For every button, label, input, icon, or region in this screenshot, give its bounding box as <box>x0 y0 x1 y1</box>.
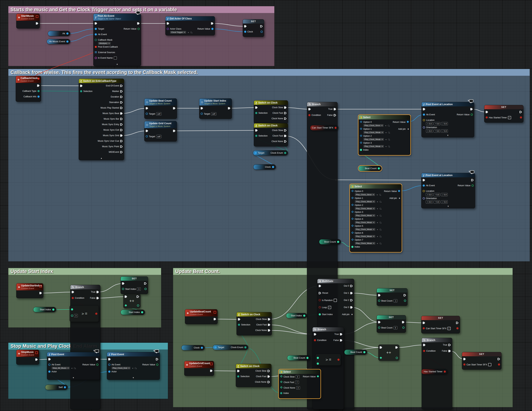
exec-pin[interactable] <box>122 282 124 285</box>
clock-pin[interactable] <box>244 31 246 33</box>
browse-icon[interactable] <box>380 201 381 203</box>
vector-z-field[interactable]: Z0.0 <box>441 193 448 196</box>
exec-pin[interactable] <box>201 107 203 109</box>
vector-y-field[interactable]: Y0.0 <box>434 193 440 196</box>
target-pin[interactable] <box>95 28 97 30</box>
exec-pin[interactable] <box>244 25 247 28</box>
add-pin-button[interactable]: + <box>408 128 409 131</box>
vector-x-field[interactable]: X0.0 <box>426 129 433 133</box>
value-box[interactable]: self <box>156 112 162 115</box>
start-index-pin[interactable] <box>122 288 124 290</box>
node-switch-clock-2[interactable]: ƸSwitch on ClockClock SlowSelectionClock… <box>254 123 288 147</box>
data-pin[interactable] <box>498 364 500 365</box>
browse-icon[interactable] <box>190 32 192 33</box>
data-pin[interactable] <box>317 357 319 359</box>
option-2-pin[interactable] <box>351 204 354 206</box>
callback-type-pin[interactable] <box>38 90 40 92</box>
exec-pin[interactable] <box>210 370 213 372</box>
return-value-pin[interactable] <box>317 375 319 377</box>
music-sync-exit-pin[interactable] <box>120 129 123 131</box>
clock-enum-pin[interactable] <box>244 346 247 348</box>
dropdown[interactable]: (Multiple) <box>98 42 111 45</box>
start-index-pill-g[interactable]: Start Index <box>286 313 307 318</box>
data-pin[interactable] <box>404 299 406 302</box>
clock-fast-pin[interactable] <box>284 112 287 114</box>
clock-none-pin[interactable] <box>284 140 287 143</box>
value-box[interactable]: self <box>156 135 162 138</box>
return-value-pin[interactable] <box>156 364 158 366</box>
exec-pin[interactable] <box>173 107 175 109</box>
beat-count-pill-selected[interactable]: Beat Count <box>359 166 382 171</box>
node-switch-clock-a[interactable]: ƸSwitch on ClockClock SlowSelectionClock… <box>237 312 272 336</box>
dropdown[interactable]: Play_Clock_Weak <box>355 214 375 217</box>
use-selected-icon[interactable]: ◄ <box>132 367 133 369</box>
marker-pin[interactable] <box>120 90 123 93</box>
dropdown[interactable]: Play_Clock_Weak <box>355 221 375 224</box>
node-ubc-event[interactable]: ◈UpdateBeatCountCustom Event <box>185 309 218 324</box>
return-value-pin[interactable] <box>137 28 140 30</box>
ak-event-pin[interactable] <box>95 33 97 36</box>
use-selected-icon[interactable]: ◄ <box>385 145 387 147</box>
dropdown[interactable]: Play_Clock_Weak <box>355 235 375 238</box>
option-4-pin[interactable] <box>351 218 354 220</box>
clock-slow-pin[interactable] <box>284 106 287 109</box>
use-selected-icon[interactable]: ◄ <box>377 243 378 244</box>
data-pin[interactable] <box>380 357 382 359</box>
node-pp-usi[interactable]: ++ <box>123 294 141 308</box>
collapse-arrow[interactable]: ▼ <box>422 134 474 137</box>
browse-icon[interactable] <box>388 146 390 147</box>
collapse-arrow[interactable]: ▲ <box>79 157 124 160</box>
reset-pin[interactable] <box>319 292 321 294</box>
target-pin[interactable] <box>201 113 203 115</box>
option-6-pin[interactable] <box>351 232 354 234</box>
dropdown[interactable]: Play_Clock_Weak <box>355 228 375 231</box>
value-box[interactable]: 7 <box>295 381 299 384</box>
vector-y-field[interactable]: Y0.0 <box>434 200 440 204</box>
clock-none-pin[interactable] <box>268 329 270 332</box>
checkbox[interactable]: ✓ <box>508 116 511 119</box>
vector-y-field[interactable]: Y0.0 <box>434 129 440 133</box>
condition-pin[interactable] <box>308 114 311 116</box>
exec-pin[interactable] <box>314 333 316 336</box>
vector-z-field[interactable]: Z0.0 <box>441 129 448 133</box>
node-switch-eak[interactable]: ƸSwitch on EAkCallbackTypeEnd Of EventSe… <box>79 79 124 160</box>
beat-count-pin[interactable] <box>378 327 380 329</box>
true-pin[interactable] <box>96 291 99 293</box>
option-5-pin[interactable] <box>351 224 354 227</box>
node-start-music[interactable]: ◈StartMusicCustom Event <box>16 14 40 28</box>
dropdown[interactable]: Play_Clock_Weak <box>355 207 375 210</box>
use-selected-icon[interactable]: ◄ <box>385 125 387 127</box>
music-sync-grid-pin[interactable] <box>120 134 123 137</box>
collapse-arrow[interactable]: ▲ <box>94 63 141 66</box>
value-box[interactable]: -1 <box>394 299 398 302</box>
clock-pill[interactable]: Clock <box>253 164 276 170</box>
target-pin[interactable] <box>215 346 217 348</box>
has-started-timer-pin[interactable] <box>486 116 488 119</box>
node-callback-clock[interactable]: ◈CallbackClockCustom EventCallback TypeC… <box>16 76 41 102</box>
exec-pin[interactable] <box>378 321 380 323</box>
add-pin-button[interactable]: + <box>351 313 353 316</box>
actor-class-pin[interactable] <box>167 28 169 30</box>
target-clock-enum-pill[interactable]: TargetClock Enum <box>253 150 288 156</box>
node-post-ak-event[interactable]: ƒPost Ak EventTarget is Ak Game ObjectTa… <box>93 14 141 66</box>
clock-fast-pin[interactable] <box>267 375 270 378</box>
data-pin[interactable] <box>261 31 263 33</box>
delegate-pin[interactable] <box>214 311 216 314</box>
browse-icon[interactable] <box>380 243 381 244</box>
external-sources-pin[interactable] <box>95 51 95 52</box>
selection-pin[interactable] <box>80 90 82 92</box>
option-1-pin[interactable] <box>351 197 354 199</box>
start-index-pin[interactable] <box>141 311 143 313</box>
out-0-pin[interactable] <box>350 285 353 287</box>
exec-pin[interactable] <box>173 130 175 132</box>
true-pin[interactable] <box>340 333 342 336</box>
exec-pin[interactable] <box>380 346 382 349</box>
option-0-pin[interactable] <box>351 190 354 192</box>
return-value-pin[interactable] <box>472 185 474 187</box>
collapse-arrow[interactable]: ▼ <box>107 377 160 380</box>
can-start-timer-sfx-pin[interactable] <box>335 127 337 129</box>
browse-icon[interactable] <box>380 222 381 223</box>
collapse-arrow[interactable]: ▼ <box>47 377 100 380</box>
target-pin[interactable] <box>255 152 257 154</box>
beat-count-pill-a[interactable]: Beat Count <box>287 355 310 361</box>
